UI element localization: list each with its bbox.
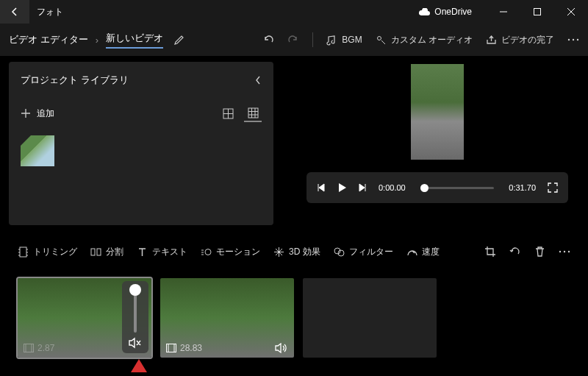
split-icon (90, 246, 101, 258)
delete-button[interactable] (534, 246, 545, 258)
back-button[interactable] (0, 0, 29, 24)
cloud-icon (418, 8, 430, 16)
svg-point-10 (205, 249, 211, 255)
svg-point-2 (568, 39, 570, 40)
library-title: プロジェクト ライブラリ (21, 74, 129, 87)
title-bar: フォト OneDrive (0, 0, 588, 24)
clip-more-button[interactable] (559, 250, 570, 253)
svg-point-13 (559, 251, 561, 252)
redo-button[interactable] (287, 34, 299, 46)
add-media-button[interactable]: 追加 (21, 107, 54, 120)
3d-effect-button[interactable]: 3D 効果 (273, 246, 320, 258)
clip-volume-button[interactable] (275, 343, 288, 353)
storyboard: 2.87 28.83 (0, 266, 588, 358)
video-preview[interactable] (349, 63, 526, 160)
speed-icon (406, 246, 417, 258)
maximize-button[interactable] (520, 0, 554, 24)
project-library-panel: プロジェクト ライブラリ 追加 (9, 62, 273, 225)
split-button[interactable]: 分割 (90, 246, 123, 258)
view-large-button[interactable] (219, 104, 237, 122)
main-toolbar: ビデオ エディター › 新しいビデオ BGM カスタム オーディオ ビデオの完了 (0, 24, 588, 56)
svg-rect-8 (91, 249, 95, 255)
play-button[interactable] (337, 182, 346, 193)
rotate-icon (509, 246, 521, 258)
view-small-button[interactable] (244, 104, 262, 122)
text-icon (137, 246, 148, 258)
annotation-pointer (131, 359, 147, 372)
rotate-button[interactable] (509, 246, 521, 258)
svg-point-3 (573, 39, 574, 40)
filter-button[interactable]: フィルター (334, 246, 393, 258)
more-button[interactable] (567, 38, 579, 41)
svg-rect-6 (248, 108, 258, 118)
prev-frame-button[interactable] (317, 183, 326, 192)
export-icon (486, 35, 497, 46)
breadcrumb-root[interactable]: ビデオ エディター (9, 33, 88, 46)
clip-duration: 28.83 (180, 343, 202, 353)
speed-button[interactable]: 速度 (406, 246, 440, 258)
fullscreen-button[interactable] (548, 182, 558, 193)
crop-button[interactable] (484, 246, 496, 258)
svg-point-4 (577, 39, 578, 40)
trash-icon (534, 246, 545, 258)
svg-rect-7 (20, 247, 26, 257)
collapse-library-button[interactable] (254, 75, 262, 85)
finish-video-button[interactable]: ビデオの完了 (486, 34, 554, 46)
motion-button[interactable]: モーション (201, 246, 260, 258)
clip-icon (24, 344, 34, 352)
clip-icon (166, 344, 176, 352)
text-button[interactable]: テキスト (137, 246, 187, 258)
storyboard-clip[interactable]: 28.83 (160, 278, 294, 358)
minimize-button[interactable] (487, 0, 520, 24)
crop-icon (484, 246, 496, 258)
player-controls: 0:00.00 0:31.70 (306, 172, 568, 203)
total-time: 0:31.70 (509, 183, 536, 192)
app-title: フォト (37, 6, 63, 18)
preview-panel: 0:00.00 0:31.70 (295, 62, 579, 225)
volume-icon (275, 343, 288, 353)
chevron-right-icon: › (96, 35, 98, 46)
undo-button[interactable] (262, 34, 274, 46)
storyboard-empty-slot[interactable] (303, 278, 437, 358)
onedrive-button[interactable]: OneDrive (418, 7, 472, 17)
library-thumbnail[interactable] (21, 135, 54, 166)
trim-icon (18, 246, 29, 258)
bgm-button[interactable]: BGM (326, 35, 362, 46)
close-button[interactable] (554, 0, 588, 24)
svg-rect-0 (534, 9, 541, 15)
audio-icon (376, 35, 387, 46)
breadcrumb: ビデオ エディター › 新しいビデオ (9, 32, 163, 49)
sparkle-icon (273, 246, 284, 258)
current-time: 0:00.00 (379, 183, 406, 192)
svg-rect-16 (24, 344, 34, 352)
filter-icon (334, 246, 345, 258)
custom-audio-button[interactable]: カスタム オーディオ (376, 34, 473, 46)
clip-duration: 2.87 (37, 343, 54, 353)
storyboard-clip[interactable]: 2.87 (18, 278, 151, 358)
music-icon (326, 35, 337, 46)
svg-point-14 (564, 251, 565, 252)
svg-rect-17 (167, 344, 176, 352)
next-frame-button[interactable] (358, 183, 367, 192)
svg-point-15 (568, 251, 570, 252)
trim-button[interactable]: トリミング (18, 246, 77, 258)
motion-icon (201, 246, 212, 258)
svg-point-1 (377, 36, 381, 40)
edit-title-button[interactable] (173, 34, 185, 46)
seek-slider[interactable] (420, 187, 495, 189)
breadcrumb-current[interactable]: 新しいビデオ (106, 32, 163, 49)
plus-icon (21, 108, 31, 118)
svg-rect-9 (97, 249, 101, 255)
clip-toolbar: トリミング 分割 テキスト モーション 3D 効果 フィルター 速度 (0, 237, 588, 266)
volume-slider[interactable] (134, 287, 137, 333)
